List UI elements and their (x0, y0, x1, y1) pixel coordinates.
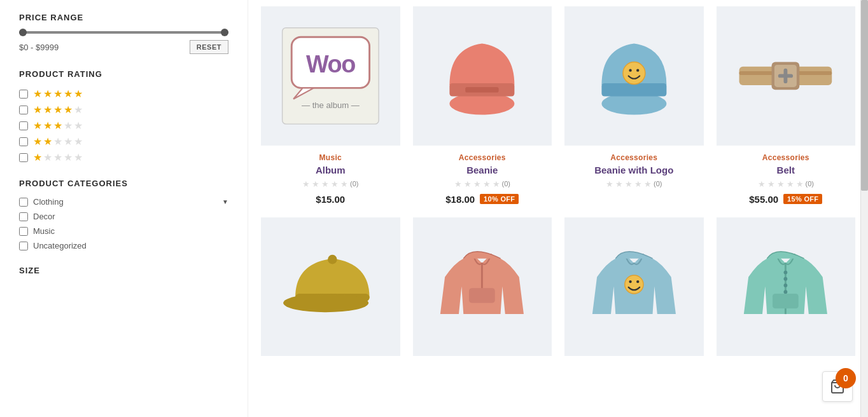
product-image-album: Woo — the album — (261, 6, 400, 146)
chevron-down-icon: ▼ (222, 198, 228, 205)
category-label-decor: Decor (33, 212, 55, 221)
svg-point-30 (784, 277, 788, 281)
star-empty: ★ (615, 179, 623, 189)
star-empty: ★ (777, 179, 785, 189)
product-stars-belt: ★ ★ ★ ★ ★ (0) (758, 179, 814, 189)
star-empty: ★ (473, 179, 481, 189)
product-category-album: Music (319, 153, 342, 162)
svg-rect-18 (778, 74, 793, 78)
star-empty: ★ (644, 179, 652, 189)
price-range-value: $0 - $9999 (19, 43, 183, 52)
svg-point-22 (328, 255, 337, 264)
product-rating-title: PRODUCT RATING (19, 69, 228, 79)
category-row-uncategorized[interactable]: Uncategorized (19, 241, 228, 250)
svg-point-31 (784, 284, 788, 287)
review-count: (0) (654, 180, 662, 188)
category-row-decor[interactable]: Decor (19, 212, 228, 221)
price-slider-fill (19, 31, 228, 34)
star: ★ (33, 151, 42, 163)
star-empty: ★ (74, 151, 83, 163)
category-checkbox-clothing[interactable] (19, 198, 28, 207)
size-section: SIZE (19, 266, 228, 275)
rating-checkbox-2[interactable] (19, 137, 28, 146)
category-label-clothing: Clothing (33, 197, 64, 207)
svg-point-32 (784, 291, 788, 294)
star: ★ (53, 88, 62, 100)
product-image-hoodie-teal (717, 217, 856, 357)
rating-checkbox-1[interactable] (19, 153, 28, 162)
star-empty: ★ (312, 179, 319, 189)
svg-point-12 (636, 69, 639, 71)
category-row-music[interactable]: Music (19, 226, 228, 236)
price-slider-thumb-left[interactable] (19, 29, 27, 36)
rating-checkbox-4[interactable] (19, 106, 28, 114)
rating-row-4[interactable]: ★ ★ ★ ★ ★ (19, 104, 228, 116)
star-empty: ★ (74, 135, 83, 147)
category-checkbox-music[interactable] (19, 227, 28, 236)
product-category-beanie: Accessories (459, 153, 506, 162)
stars-4: ★ ★ ★ ★ ★ (33, 104, 83, 116)
category-checkbox-decor[interactable] (19, 212, 28, 221)
category-checkbox-uncategorized[interactable] (19, 242, 28, 250)
scrollbar-thumb[interactable] (861, 0, 868, 191)
star: ★ (43, 88, 52, 100)
scrollbar[interactable] (860, 0, 868, 417)
svg-point-29 (784, 271, 788, 275)
star: ★ (64, 104, 73, 116)
rating-row-1[interactable]: ★ ★ ★ ★ ★ (19, 151, 228, 163)
reset-button[interactable]: RESET (190, 40, 228, 54)
product-card-hoodie-pink[interactable] (413, 217, 552, 376)
product-category-beanie-logo: Accessories (610, 153, 657, 162)
price-slider-track[interactable] (19, 31, 228, 34)
product-card-cap[interactable] (261, 217, 400, 376)
product-stars-beanie-logo: ★ ★ ★ ★ ★ (0) (606, 179, 662, 189)
star: ★ (43, 104, 52, 116)
product-name-beanie-logo: Beanie with Logo (594, 165, 673, 175)
product-price-album: $15.00 (316, 194, 345, 205)
star-empty: ★ (787, 179, 794, 189)
product-image-beanie (413, 6, 552, 146)
star-empty: ★ (74, 120, 83, 132)
product-image-hoodie-blue-logo (564, 217, 704, 357)
product-name-belt: Belt (777, 165, 795, 175)
product-price-beanie: $18.00 (445, 194, 475, 205)
star-empty: ★ (625, 179, 633, 189)
rating-row-2[interactable]: ★ ★ ★ ★ ★ (19, 135, 228, 147)
star: ★ (43, 135, 52, 147)
price-range-section: PRICE RANGE $0 - $9999 RESET (19, 13, 228, 54)
star: ★ (33, 88, 42, 100)
product-card-hoodie-blue-logo[interactable] (564, 217, 704, 376)
product-card-beanie-logo[interactable]: Accessories Beanie with Logo ★ ★ ★ ★ ★ (… (564, 6, 704, 205)
star: ★ (64, 88, 73, 100)
rating-row-5[interactable]: ★ ★ ★ ★ ★ (19, 88, 228, 100)
star: ★ (33, 135, 42, 147)
product-card-album[interactable]: Woo — the album — Music Album ★ ★ ★ ★ ★ … (261, 6, 400, 205)
svg-rect-23 (469, 289, 495, 303)
price-slider-thumb-right[interactable] (221, 29, 228, 36)
rating-checkbox-5[interactable] (19, 90, 28, 99)
svg-point-10 (623, 62, 645, 84)
stars-1: ★ ★ ★ ★ ★ (33, 151, 83, 163)
size-title: SIZE (19, 266, 228, 275)
star-empty: ★ (634, 179, 642, 189)
svg-point-27 (636, 280, 639, 283)
svg-text:Woo: Woo (306, 50, 355, 77)
star-empty: ★ (454, 179, 462, 189)
star-empty: ★ (64, 135, 73, 147)
product-stars-beanie: ★ ★ ★ ★ ★ (0) (454, 179, 510, 189)
star: ★ (43, 120, 52, 132)
category-row-clothing[interactable]: Clothing ▼ (19, 197, 228, 207)
cart-button[interactable]: 0 (822, 371, 853, 402)
star-empty: ★ (796, 179, 804, 189)
product-image-cap (261, 217, 400, 357)
rating-row-3[interactable]: ★ ★ ★ ★ ★ (19, 120, 228, 132)
review-count: (0) (806, 180, 814, 188)
product-stars-album: ★ ★ ★ ★ ★ (0) (302, 179, 358, 189)
product-card-belt[interactable]: Accessories Belt ★ ★ ★ ★ ★ (0) $55.00 15… (717, 6, 856, 205)
product-card-beanie[interactable]: Accessories Beanie ★ ★ ★ ★ ★ (0) $18.00 … (413, 6, 552, 205)
star-empty: ★ (43, 151, 52, 163)
star-empty: ★ (53, 135, 62, 147)
product-badge-belt: 15% OFF (783, 194, 822, 204)
rating-checkbox-3[interactable] (19, 121, 28, 130)
product-card-hoodie-teal[interactable] (717, 217, 856, 376)
